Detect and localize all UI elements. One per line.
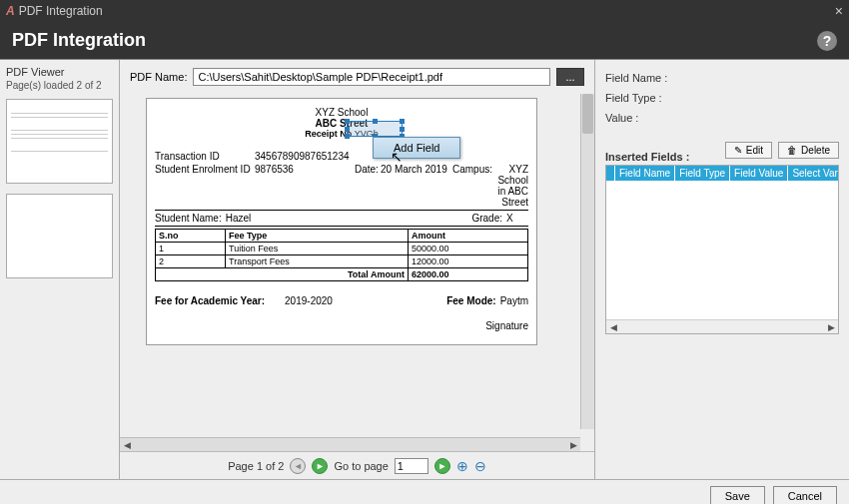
field-selection-box[interactable] [347,121,403,137]
col-field-value[interactable]: Field Value [730,166,788,181]
trash-icon: 🗑 [787,145,797,156]
main-area: PDF Viewer Page(s) loaded 2 of 2 PDF Nam… [0,59,849,479]
grid-scroll-left-icon[interactable]: ◀ [606,320,620,334]
zoom-out-icon[interactable]: ⊖ [474,458,486,474]
viewer-scrollbar-vertical[interactable] [580,94,594,429]
student-name-label: Student Name: [155,213,222,224]
inserted-fields-label: Inserted Fields : [605,151,689,163]
receipt-no-line: Receipt No YVGb [155,129,528,139]
pdf-page[interactable]: XYZ School ABC Street Receipt No YVGb [146,98,537,345]
date-label: Date: [355,164,381,208]
app-logo: A [6,4,15,18]
zoom-in-icon[interactable]: ⊕ [456,458,468,474]
school-name: XYZ School [155,107,528,118]
footer: Save Cancel [0,479,849,504]
scroll-right-icon[interactable]: ▶ [566,438,580,452]
col-sno: S.no [156,230,226,243]
cursor-icon: ↖ [391,149,403,165]
academic-year-label: Fee for Academic Year: [155,295,265,306]
col-field-name[interactable]: Field Name [615,166,675,181]
col-amount: Amount [409,230,528,243]
field-type-label: Field Type : [605,92,839,104]
close-icon[interactable]: × [835,3,843,19]
scroll-left-icon[interactable]: ◀ [120,438,134,452]
col-select-variable[interactable]: Select Varia [788,166,839,181]
delete-button[interactable]: 🗑Delete [778,142,839,159]
center-panel: PDF Name: ... XYZ School ABC Street Rece… [120,60,595,479]
pages-loaded-label: Page(s) loaded 2 of 2 [6,80,113,91]
prev-page-button[interactable]: ◄ [290,458,306,474]
sidebar-title: PDF Viewer [6,66,113,78]
grid-corner [606,166,615,181]
save-button[interactable]: Save [710,486,765,505]
pdf-name-input[interactable] [193,68,550,86]
table-row: 1Tuition Fees50000.00 [156,243,528,255]
pdf-name-label: PDF Name: [130,71,187,83]
fee-mode-value: Paytm [500,295,528,306]
thumbnail-page-2[interactable] [6,194,113,278]
street: ABC Street [155,118,528,129]
cancel-button[interactable]: Cancel [773,486,837,505]
grade-label: Grade: [471,213,502,224]
viewer-scrollbar-horizontal[interactable]: ◀ ▶ [120,437,580,451]
thumbnail-page-1[interactable] [6,99,113,184]
fee-mode-label: Fee Mode: [446,295,495,306]
student-name-value: Hazel [226,213,252,224]
context-menu-add-field[interactable]: Add Field [373,137,460,159]
pdf-viewer[interactable]: XYZ School ABC Street Receipt No YVGb [120,94,594,451]
campus-value: XYZ School in ABC Street [492,164,528,208]
help-icon[interactable]: ? [817,31,837,51]
window-title: PDF Integration [19,4,103,18]
campus-label: Campus: [452,164,492,208]
grid-scrollbar-horizontal[interactable]: ◀ ▶ [606,319,838,333]
signature-label: Signature [485,320,528,331]
right-panel: Field Name : Field Type : Value : Insert… [595,60,849,479]
enrolment-id-label: Student Enrolment ID [155,164,255,208]
pdf-name-row: PDF Name: ... [120,60,594,94]
pager: Page 1 of 2 ◄ ► Go to page ► ⊕ ⊖ [120,451,594,479]
field-name-label: Field Name : [605,72,839,84]
next-page-button[interactable]: ► [312,458,328,474]
inserted-fields-grid[interactable]: Field Name Field Type Field Value Select… [605,165,839,334]
goto-page-label: Go to page [334,460,388,472]
sidebar: PDF Viewer Page(s) loaded 2 of 2 [0,60,120,479]
header: PDF Integration ? [0,22,849,59]
academic-year-value: 2019-2020 [285,295,333,306]
transaction-id-value: 34567890987651234 [255,151,350,162]
goto-page-input[interactable] [395,458,428,474]
col-field-type[interactable]: Field Type [675,166,730,181]
goto-page-button[interactable]: ► [434,458,450,474]
page-title: PDF Integration [12,30,146,51]
page-indicator: Page 1 of 2 [228,460,284,472]
pencil-icon: ✎ [734,145,742,156]
transaction-id-label: Transaction ID [155,151,255,162]
total-row: Total Amount62000.00 [156,268,528,281]
field-value-label: Value : [605,112,839,124]
enrolment-id-value: 9876536 [255,164,355,208]
grade-value: X [506,213,528,224]
titlebar: A PDF Integration × [0,0,849,22]
date-value: 20 March 2019 [381,164,452,208]
table-row: 2Transport Fees12000.00 [156,255,528,268]
edit-button[interactable]: ✎Edit [725,142,772,159]
fee-table: S.no Fee Type Amount 1Tuition Fees50000.… [155,229,528,281]
browse-button[interactable]: ... [556,68,584,86]
col-feetype: Fee Type [226,230,409,243]
grid-scroll-right-icon[interactable]: ▶ [824,320,838,334]
